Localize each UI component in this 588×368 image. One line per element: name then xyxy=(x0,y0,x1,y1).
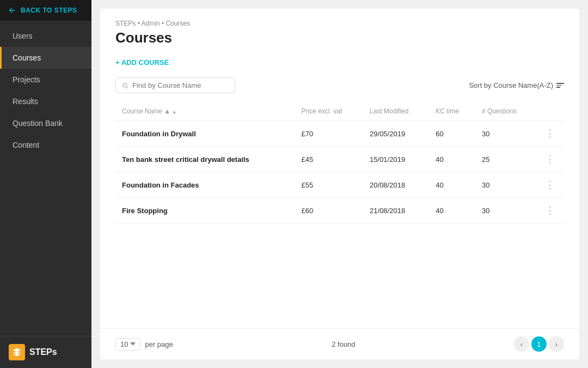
steps-logo-icon xyxy=(12,347,22,357)
sidebar-item-content[interactable]: Content xyxy=(0,134,91,156)
per-page-control: 10 per page xyxy=(115,338,173,351)
cell-course-name: Foundation in Drywall xyxy=(115,121,295,147)
sort-label: Sort by Course Name(A-Z) xyxy=(469,81,553,89)
cell-modified: 29/05/2019 xyxy=(363,121,429,147)
page-title: Courses xyxy=(115,29,564,46)
row-actions-button[interactable]: ⋮ xyxy=(543,129,558,138)
cell-actions: ⋮ xyxy=(536,121,564,147)
sort-control[interactable]: Sort by Course Name(A-Z) xyxy=(469,81,564,89)
cell-actions: ⋮ xyxy=(536,198,564,224)
cell-questions: 30 xyxy=(475,121,536,147)
cell-questions: 30 xyxy=(475,198,536,224)
per-page-label: per page xyxy=(145,340,173,348)
prev-page-button[interactable]: ‹ xyxy=(514,336,529,352)
sidebar-item-users[interactable]: Users xyxy=(0,25,91,47)
cell-kc-time: 60 xyxy=(429,121,475,147)
table-row: Fire Stopping £60 21/08/2018 40 30 ⋮ xyxy=(115,198,564,224)
found-text: 2 found xyxy=(332,340,355,348)
search-icon xyxy=(121,82,129,89)
search-input[interactable] xyxy=(132,81,229,89)
logo-text: STEPs xyxy=(29,347,57,357)
col-actions xyxy=(536,102,564,121)
table-row: Foundation in Drywall £70 29/05/2019 60 … xyxy=(115,121,564,147)
col-modified: Last Modified xyxy=(363,102,429,121)
back-label: bACK TO STEPS xyxy=(21,7,77,14)
sidebar-item-courses[interactable]: Courses xyxy=(0,47,91,69)
toolbar-top: + ADD COURSE xyxy=(115,56,564,69)
sidebar-item-results[interactable]: Results xyxy=(0,91,91,112)
cell-kc-time: 40 xyxy=(429,172,475,198)
col-questions: # Questions xyxy=(475,102,536,121)
row-actions-button[interactable]: ⋮ xyxy=(543,180,558,190)
next-page-button[interactable]: › xyxy=(549,336,564,352)
table-footer: 10 per page 2 found ‹ 1 › xyxy=(100,328,579,359)
cell-actions: ⋮ xyxy=(536,147,564,172)
cell-kc-time: 40 xyxy=(429,198,475,224)
row-actions-button[interactable]: ⋮ xyxy=(543,154,558,164)
cell-kc-time: 40 xyxy=(429,147,475,172)
table-body: Foundation in Drywall £70 29/05/2019 60 … xyxy=(115,121,564,224)
add-course-button[interactable]: + ADD COURSE xyxy=(115,56,169,69)
logo-icon xyxy=(9,344,25,360)
sidebar-item-question-bank[interactable]: Question Bank xyxy=(0,112,91,134)
per-page-value: 10 xyxy=(120,340,128,348)
courses-table: Course Name ▲ Price excl. vat Last Modif… xyxy=(115,102,564,224)
content-inner: STEPs • Admin • Courses Courses + ADD CO… xyxy=(100,9,579,328)
cell-course-name: Ten bank street critical drywall details xyxy=(115,147,295,172)
sidebar-nav: Users Courses Projects Results Question … xyxy=(0,21,91,336)
per-page-select[interactable]: 10 xyxy=(115,338,140,351)
main-content: STEPs • Admin • Courses Courses + ADD CO… xyxy=(91,0,588,368)
cell-course-name: Fire Stopping xyxy=(115,198,295,224)
search-box[interactable] xyxy=(115,77,235,93)
col-course-name[interactable]: Course Name ▲ xyxy=(115,102,295,121)
cell-course-name: Foundation in Facades xyxy=(115,172,295,198)
cell-actions: ⋮ xyxy=(536,172,564,198)
page-1-button[interactable]: 1 xyxy=(531,336,547,352)
breadcrumb: STEPs • Admin • Courses xyxy=(115,20,564,27)
cell-price: £45 xyxy=(295,147,363,172)
col-kc-time: KC time xyxy=(429,102,475,121)
table-header: Course Name ▲ Price excl. vat Last Modif… xyxy=(115,102,564,121)
sidebar-logo: STEPs xyxy=(0,336,91,368)
sidebar: bACK TO STEPS Users Courses Projects Res… xyxy=(0,0,91,368)
content-panel: STEPs • Admin • Courses Courses + ADD CO… xyxy=(100,9,579,359)
dropdown-arrow-icon xyxy=(130,341,136,347)
cell-modified: 20/08/2018 xyxy=(363,172,429,198)
cell-questions: 30 xyxy=(475,172,536,198)
cell-price: £60 xyxy=(295,198,363,224)
table-row: Foundation in Facades £55 20/08/2018 40 … xyxy=(115,172,564,198)
back-arrow-icon xyxy=(8,6,16,15)
sort-icon xyxy=(556,83,564,88)
courses-table-container: Course Name ▲ Price excl. vat Last Modif… xyxy=(115,102,564,317)
cell-price: £55 xyxy=(295,172,363,198)
table-row: Ten bank street critical drywall details… xyxy=(115,147,564,172)
cell-modified: 21/08/2018 xyxy=(363,198,429,224)
row-actions-button[interactable]: ⋮ xyxy=(543,206,558,215)
cell-price: £70 xyxy=(295,121,363,147)
col-price: Price excl. vat xyxy=(295,102,363,121)
cell-modified: 15/01/2019 xyxy=(363,147,429,172)
pagination: ‹ 1 › xyxy=(514,336,564,352)
cell-questions: 25 xyxy=(475,147,536,172)
back-to-steps-button[interactable]: bACK TO STEPS xyxy=(0,0,91,21)
sidebar-item-projects[interactable]: Projects xyxy=(0,69,91,91)
